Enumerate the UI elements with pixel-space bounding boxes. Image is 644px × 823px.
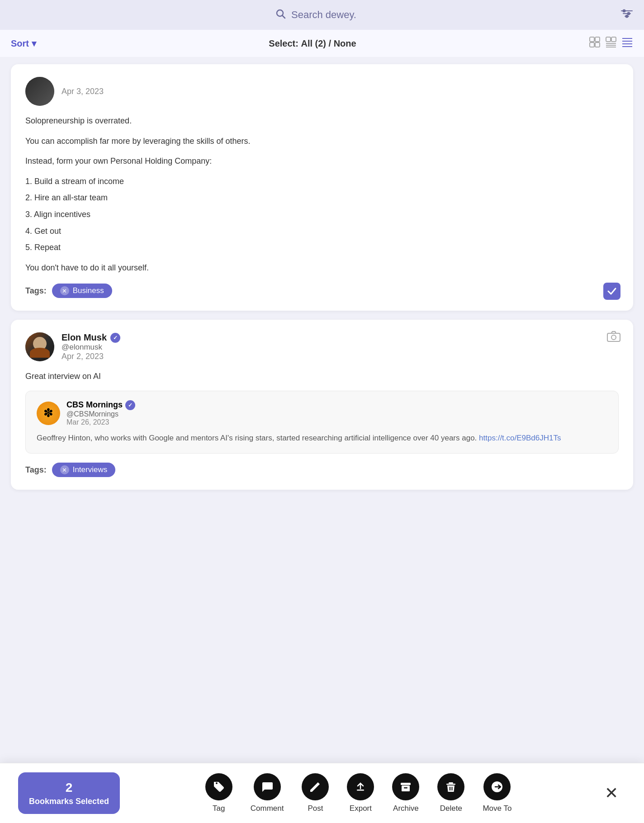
quoted-author: ✽ CBS Mornings ✓ @CBSMornings Mar 26, 20… [37, 400, 607, 426]
delete-action[interactable]: Delete [437, 773, 464, 813]
tag-remove-icon[interactable]: ✕ [60, 286, 69, 295]
card-1: Apr 3, 2023 Solopreneurship is overrated… [11, 64, 633, 311]
cbs-name: CBS Mornings ✓ [66, 400, 135, 410]
cbs-avatar: ✽ [37, 402, 60, 425]
elon-date: Apr 2, 2023 [62, 352, 120, 361]
cbs-body: Geoffrey Hinton, who works with Google a… [37, 432, 607, 444]
svg-point-7 [626, 15, 628, 18]
svg-point-5 [623, 10, 625, 12]
svg-rect-21 [607, 333, 620, 341]
comment-action-icon [254, 773, 281, 800]
tags-label: Tags: [25, 286, 47, 296]
avatar [25, 77, 54, 106]
svg-rect-27 [404, 787, 407, 789]
selected-label: Selected [76, 797, 109, 806]
search-placeholder-text: Search dewey. [291, 9, 356, 21]
svg-rect-11 [595, 43, 600, 47]
tag-remove-icon-2[interactable]: ✕ [60, 465, 69, 474]
post-action[interactable]: Post [302, 773, 329, 813]
card-1-date: Apr 3, 2023 [62, 87, 104, 96]
list-view-icon[interactable] [605, 36, 617, 51]
sort-button[interactable]: Sort ▾ [11, 38, 36, 49]
svg-rect-28 [449, 782, 453, 784]
search-icon [275, 8, 286, 22]
toolbar: Sort ▾ Select: All (2) / None [0, 30, 644, 57]
view-icons [589, 36, 633, 51]
tag-badge-business[interactable]: ✕ Business [52, 284, 112, 298]
card-1-tags-row: Tags: ✕ Business [25, 284, 619, 298]
list-item-5: 5. Repeat [25, 241, 619, 255]
svg-rect-9 [595, 37, 600, 42]
comment-action[interactable]: Comment [251, 773, 284, 813]
tag-name: Business [73, 286, 104, 295]
svg-rect-8 [590, 37, 594, 42]
tag-badge-interviews[interactable]: ✕ Interviews [52, 463, 116, 477]
card-2-author-info: Elon Musk ✓ @elonmusk Apr 2, 2023 [62, 332, 120, 361]
close-button[interactable]: ✕ [597, 779, 626, 808]
move-to-action[interactable]: Move To [483, 773, 511, 813]
card-1-checkbox[interactable] [603, 283, 620, 300]
search-bar: Search dewey. [0, 0, 644, 30]
move-to-action-icon [483, 773, 511, 800]
archive-action-icon [392, 773, 419, 800]
post-action-label: Post [308, 804, 323, 813]
svg-point-22 [611, 335, 616, 340]
filter-icon[interactable] [620, 8, 633, 22]
card-body-line-2: You can accomplish far more by leveragin… [25, 134, 619, 148]
bookmarks-selected-badge: 2 Bookmarks Selected [18, 772, 120, 814]
card-2-header: Elon Musk ✓ @elonmusk Apr 2, 2023 [25, 332, 619, 361]
card-1-header: Apr 3, 2023 [25, 77, 619, 106]
archive-action-label: Archive [393, 804, 419, 813]
select-label: Select: All (2) / None [269, 38, 356, 49]
svg-rect-13 [611, 37, 616, 42]
delete-action-label: Delete [440, 804, 462, 813]
bookmarks-count: 2 [29, 780, 109, 796]
cbs-link[interactable]: https://t.co/E9Bd6JH1Ts [479, 434, 561, 442]
cbs-verified-badge: ✓ [125, 400, 135, 410]
list-item-3: 3. Align incentives [25, 208, 619, 222]
export-action[interactable]: Export [347, 773, 374, 813]
list-item-2: 2. Hire an all-star team [25, 191, 619, 205]
elon-handle: @elonmusk [62, 343, 120, 352]
tag-action-icon [205, 773, 232, 800]
elon-avatar [25, 332, 54, 361]
content-area: Apr 3, 2023 Solopreneurship is overrated… [0, 57, 644, 497]
quoted-card: ✽ CBS Mornings ✓ @CBSMornings Mar 26, 20… [25, 391, 619, 454]
elon-name: Elon Musk ✓ [62, 332, 120, 343]
camera-icon[interactable] [607, 331, 620, 345]
tag-action-label: Tag [213, 804, 225, 813]
compact-view-icon[interactable] [621, 36, 633, 51]
post-action-icon [302, 773, 329, 800]
card-body-line-3: Instead, form your own Personal Holding … [25, 154, 619, 168]
svg-line-1 [283, 16, 285, 19]
grid-view-icon[interactable] [589, 36, 601, 51]
tag-name-interviews: Interviews [73, 465, 108, 474]
card-1-body: Solopreneurship is overrated. You can ac… [25, 114, 619, 274]
tag-action[interactable]: Tag [205, 773, 232, 813]
export-action-label: Export [350, 804, 372, 813]
list-item-1: 1. Build a stream of income [25, 175, 619, 189]
archive-action[interactable]: Archive [392, 773, 419, 813]
card-2-body: Great interview on AI [25, 369, 619, 383]
author-info: Apr 3, 2023 [62, 87, 104, 96]
verified-badge: ✓ [110, 333, 120, 343]
card-body-list: 1. Build a stream of income 2. Hire an a… [25, 175, 619, 255]
bottom-action-bar: 2 Bookmarks Selected Tag Comment [0, 763, 644, 823]
card-body-line-5: You don't have to do it all yourself. [25, 261, 619, 275]
cbs-handle: @CBSMornings [66, 410, 135, 418]
sort-arrow-icon: ▾ [32, 38, 36, 49]
svg-rect-10 [590, 43, 594, 47]
action-icons: Tag Comment Post [205, 773, 512, 813]
svg-rect-25 [401, 783, 411, 785]
card-2-tags-label: Tags: [25, 465, 47, 475]
elon-body-text: Great interview on AI [25, 369, 619, 383]
export-action-icon [347, 773, 374, 800]
list-item-4: 4. Get out [25, 224, 619, 238]
card-2-tags-row: Tags: ✕ Interviews [25, 463, 619, 477]
card-body-line-1: Solopreneurship is overrated. [25, 114, 619, 128]
cbs-info: CBS Mornings ✓ @CBSMornings Mar 26, 2023 [66, 400, 135, 426]
delete-action-icon [437, 773, 464, 800]
svg-point-6 [628, 13, 630, 15]
comment-action-label: Comment [251, 804, 284, 813]
search-input-wrapper[interactable]: Search dewey. [11, 8, 620, 22]
